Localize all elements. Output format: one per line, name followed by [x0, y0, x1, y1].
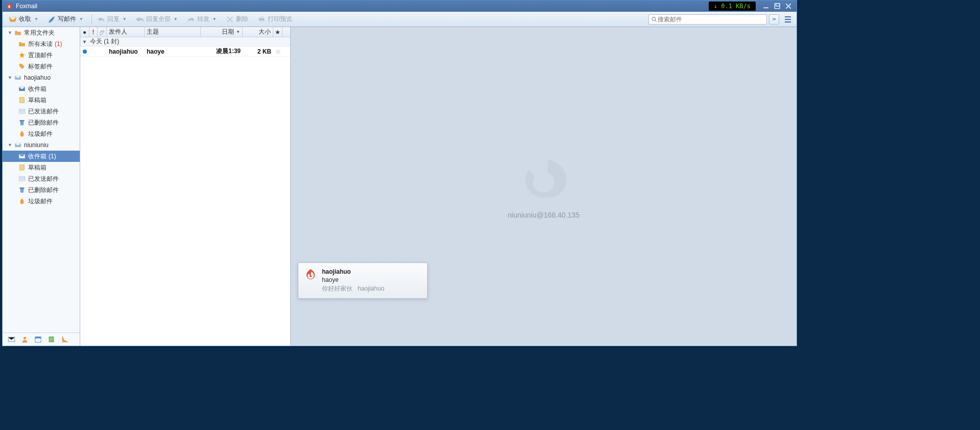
- svg-rect-3: [259, 18, 264, 20]
- mail-view-icon[interactable]: [7, 335, 16, 344]
- sidebar-item-label: 常用文件夹: [24, 29, 55, 37]
- app-title: Foxmail: [16, 3, 37, 10]
- reply-all-button[interactable]: 回复全部 ▼: [133, 13, 181, 26]
- search-icon: [651, 16, 658, 23]
- svg-rect-0: [763, 7, 768, 8]
- svg-rect-9: [19, 98, 24, 103]
- col-importance[interactable]: !: [89, 27, 98, 37]
- chevron-down-icon: ▼: [174, 17, 178, 21]
- col-size-label: 大小: [259, 28, 271, 36]
- sidebar-a2-drafts[interactable]: 草稿箱: [3, 162, 80, 173]
- sidebar-item-label: 已发送邮件: [28, 107, 59, 116]
- chevron-down-icon: ▼: [213, 17, 217, 21]
- sent-icon: [18, 175, 26, 183]
- sidebar-item-label: niuniuniu: [24, 141, 49, 149]
- col-status[interactable]: ●: [80, 27, 89, 37]
- col-date[interactable]: 日期▼: [201, 27, 243, 37]
- sidebar-a1-deleted[interactable]: 已删除邮件: [3, 117, 80, 128]
- new-mail-toast[interactable]: haojiahuo haoye 你好好家伙 haojiahuo: [298, 262, 428, 299]
- minimize-button[interactable]: [761, 2, 771, 10]
- sidebar-common-folders[interactable]: ▼ 常用文件夹: [3, 27, 80, 38]
- sidebar-tagged[interactable]: 标签邮件: [3, 61, 80, 72]
- app-icon: [6, 3, 13, 10]
- delete-icon: [226, 15, 234, 23]
- col-subject[interactable]: 主题: [145, 27, 201, 37]
- close-button[interactable]: [783, 2, 794, 10]
- mail-size: 2 KB: [243, 48, 273, 55]
- delete-label: 删除: [236, 15, 248, 23]
- search-input-wrap[interactable]: [648, 14, 767, 25]
- compose-label: 写邮件: [58, 15, 76, 23]
- sidebar-item-label: 置顶邮件: [28, 51, 53, 60]
- sidebar-a2-inbox[interactable]: 收件箱 (1): [3, 151, 80, 162]
- search-scope-dropdown[interactable]: ≫: [769, 14, 779, 25]
- print-preview-button[interactable]: 打印预览: [254, 13, 295, 26]
- sidebar-pinned[interactable]: 置顶邮件: [3, 50, 80, 61]
- print-preview-label: 打印预览: [268, 15, 292, 23]
- unread-dot-icon: [80, 50, 89, 54]
- reply-all-label: 回复全部: [146, 15, 171, 23]
- col-size[interactable]: 大小: [243, 27, 273, 37]
- reply-button[interactable]: 回复 ▼: [94, 13, 130, 26]
- sidebar-a2-junk[interactable]: 垃圾邮件: [3, 196, 80, 207]
- calendar-icon[interactable]: [33, 335, 42, 344]
- fire-icon: [18, 130, 26, 138]
- maximize-button[interactable]: [772, 2, 782, 10]
- compose-button[interactable]: 写邮件 ▼: [44, 13, 86, 26]
- sidebar-a1-drafts[interactable]: 草稿箱: [3, 94, 80, 106]
- svg-rect-10: [19, 109, 25, 113]
- foxmail-icon: [305, 268, 317, 293]
- rss-icon[interactable]: [60, 335, 69, 344]
- toolbar-divider: [91, 14, 92, 25]
- col-attachment[interactable]: [98, 27, 107, 37]
- col-from[interactable]: 发件人: [107, 27, 145, 37]
- toolbar: 收取 ▼ 写邮件 ▼ 回复 ▼ 回复全部 ▼ 转发 ▼ 删除: [3, 12, 797, 27]
- svg-rect-16: [19, 187, 24, 188]
- col-star[interactable]: ★: [273, 27, 283, 37]
- delete-button[interactable]: 删除: [223, 13, 251, 26]
- mail-row[interactable]: haojiahuo haoye 凌晨1:39 2 KB ☆: [80, 46, 290, 57]
- sidebar-item-label: 收件箱: [28, 152, 46, 161]
- contacts-icon[interactable]: [20, 335, 29, 344]
- sidebar-item-label: haojiahuo: [24, 74, 51, 81]
- chevron-down-icon: ▼: [123, 17, 127, 21]
- menu-button[interactable]: [782, 14, 794, 25]
- sidebar-item-label: 已删除邮件: [28, 186, 59, 195]
- folder-icon: [18, 40, 26, 48]
- chevron-down-icon: ▼: [82, 39, 87, 44]
- drafts-icon: [18, 96, 26, 104]
- svg-rect-14: [19, 165, 24, 171]
- forward-icon: [187, 15, 195, 23]
- notes-icon[interactable]: [46, 335, 56, 344]
- receive-button[interactable]: 收取 ▼: [6, 13, 41, 26]
- reply-icon: [97, 15, 105, 23]
- reply-all-icon: [136, 15, 144, 23]
- folder-tree: ▼ 常用文件夹 所有未读 (1) 置顶邮件 标签邮件: [3, 27, 80, 332]
- titlebar: Foxmail ↓ 0.1 KB/s: [3, 1, 797, 12]
- sidebar-a1-inbox[interactable]: 收件箱: [3, 83, 80, 94]
- unread-count: (1): [55, 40, 62, 47]
- sidebar-item-label: 标签邮件: [28, 62, 53, 71]
- forward-label: 转发: [197, 15, 209, 23]
- sidebar-a1-sent[interactable]: 已发送邮件: [3, 106, 80, 117]
- sidebar-a1-junk[interactable]: 垃圾邮件: [3, 128, 80, 139]
- search-input[interactable]: [658, 16, 764, 23]
- chevron-down-icon: ▼: [8, 142, 14, 148]
- receive-label: 收取: [19, 15, 31, 23]
- sidebar-all-unread[interactable]: 所有未读 (1): [3, 38, 80, 50]
- sidebar-a2-sent[interactable]: 已发送邮件: [3, 173, 80, 184]
- sidebar-account-niuniuniu[interactable]: ▼ niuniuniu: [3, 139, 80, 151]
- toast-preview: 你好好家伙 haojiahuo: [322, 284, 384, 293]
- toast-sender: haojiahuo: [322, 268, 384, 275]
- drafts-icon: [18, 163, 26, 172]
- forward-button[interactable]: 转发 ▼: [184, 13, 220, 26]
- mail-from: haojiahuo: [107, 48, 145, 55]
- list-header: ● ! 发件人 主题 日期▼ 大小 ★: [80, 27, 290, 37]
- sidebar-a2-deleted[interactable]: 已删除邮件: [3, 184, 80, 196]
- list-group-today[interactable]: ▼ 今天 (1 封): [80, 37, 290, 46]
- chevron-down-icon: ▼: [34, 17, 38, 21]
- sidebar-account-haojiahuo[interactable]: ▼ haojiahuo: [3, 72, 80, 83]
- inbox-icon: [18, 85, 26, 93]
- svg-rect-5: [260, 20, 263, 22]
- star-icon[interactable]: ☆: [273, 48, 283, 55]
